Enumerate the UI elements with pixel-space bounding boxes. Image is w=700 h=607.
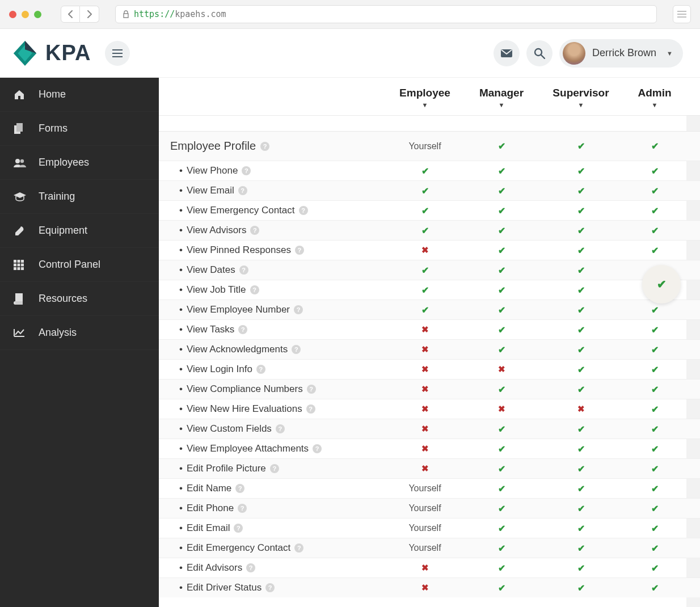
permission-cell[interactable]: ✔	[541, 503, 621, 514]
sidebar-item-equipment[interactable]: Equipment	[0, 214, 159, 248]
help-icon[interactable]: ?	[306, 404, 315, 414]
permission-cell[interactable]: ✔	[541, 483, 621, 494]
permission-cell[interactable]: ✔	[541, 205, 621, 216]
permission-cell[interactable]: ✔	[541, 305, 621, 315]
permission-cell[interactable]: ✔	[541, 364, 621, 375]
permission-cell[interactable]: ✔	[388, 205, 462, 216]
permission-cell[interactable]: ✔	[388, 305, 462, 315]
sidebar-item-resources[interactable]: Resources	[0, 282, 159, 316]
permission-cell[interactable]: Yourself	[388, 543, 462, 553]
permission-cell[interactable]: ✔	[541, 141, 621, 151]
permission-cell[interactable]: ✔	[462, 166, 541, 176]
url-bar[interactable]: https://kpaehs.com	[115, 5, 657, 23]
permission-cell[interactable]: ✔	[462, 543, 541, 554]
permission-cell[interactable]: ✖	[541, 404, 621, 414]
column-supervisor[interactable]: Supervisor ▼	[541, 87, 621, 108]
permission-cell[interactable]: ✔	[462, 324, 541, 335]
permission-cell[interactable]: Yourself	[388, 483, 462, 494]
permission-cell[interactable]: ✔	[541, 523, 621, 534]
permission-cell[interactable]: ✔	[621, 186, 689, 196]
sidebar-item-training[interactable]: Training	[0, 180, 159, 214]
help-icon[interactable]: ?	[250, 285, 259, 294]
permission-cell[interactable]: Yourself	[388, 141, 462, 151]
help-icon[interactable]: ?	[256, 365, 265, 374]
help-icon[interactable]: ?	[313, 444, 322, 453]
permission-cell[interactable]: ✔	[621, 543, 689, 554]
permission-cell[interactable]: ✔	[621, 563, 689, 574]
permission-cell[interactable]: ✔	[462, 305, 541, 315]
sidebar-item-employees[interactable]: Employees	[0, 146, 159, 180]
permission-cell[interactable]: ✖	[388, 404, 462, 414]
permission-cell[interactable]: ✔	[388, 186, 462, 196]
permission-cell[interactable]: Yourself	[388, 523, 462, 533]
help-icon[interactable]: ?	[238, 325, 247, 334]
maximize-window-icon[interactable]	[34, 11, 41, 18]
forward-button[interactable]	[80, 6, 99, 23]
permission-cell[interactable]: ✔	[462, 186, 541, 196]
minimize-window-icon[interactable]	[22, 11, 29, 18]
help-icon[interactable]: ?	[238, 186, 247, 195]
permission-cell[interactable]: ✔	[621, 463, 689, 474]
permission-cell[interactable]: ✖	[388, 563, 462, 573]
permission-cell[interactable]: ✔	[621, 166, 689, 176]
sidebar-item-control-panel[interactable]: Control Panel	[0, 248, 159, 282]
permission-cell[interactable]: ✔	[541, 444, 621, 454]
permission-cell[interactable]: ✖	[388, 245, 462, 255]
permission-cell[interactable]: ✔	[621, 444, 689, 454]
sidebar-item-home[interactable]: Home	[0, 78, 159, 112]
help-icon[interactable]: ?	[265, 583, 275, 592]
sidebar-item-analysis[interactable]: Analysis	[0, 316, 159, 350]
app-logo[interactable]: KPA	[11, 40, 91, 67]
user-menu[interactable]: Derrick Brown ▼	[559, 39, 683, 68]
help-icon[interactable]: ?	[246, 563, 255, 572]
help-icon[interactable]: ?	[294, 305, 303, 314]
permission-cell[interactable]: ✔	[541, 285, 621, 296]
help-icon[interactable]: ?	[250, 226, 259, 235]
permission-cell[interactable]: ✔	[621, 404, 689, 415]
permission-cell[interactable]: ✔	[388, 265, 462, 276]
help-icon[interactable]: ?	[292, 345, 301, 354]
permission-cell[interactable]: ✔	[621, 205, 689, 216]
permission-cell[interactable]: ✔	[541, 186, 621, 196]
permission-cell[interactable]: ✔	[388, 285, 462, 296]
permission-cell[interactable]: ✔	[462, 344, 541, 355]
permission-cell[interactable]: ✔	[462, 583, 541, 593]
permission-cell[interactable]: ✔	[462, 384, 541, 395]
column-manager[interactable]: Manager ▼	[462, 87, 541, 108]
permission-cell[interactable]: ✔	[462, 141, 541, 151]
permission-cell[interactable]: ✔	[541, 166, 621, 176]
permission-cell[interactable]: ✔	[541, 583, 621, 593]
help-icon[interactable]: ?	[234, 524, 243, 533]
permission-cell[interactable]: ✔	[621, 424, 689, 435]
permission-cell[interactable]: ✔	[541, 265, 621, 276]
permission-cell[interactable]: ✖	[388, 364, 462, 374]
permission-cell[interactable]: ✔	[541, 225, 621, 236]
permission-cell[interactable]: ✔	[621, 583, 689, 593]
permission-cell[interactable]: ✔	[541, 424, 621, 435]
permission-cell[interactable]: ✔	[621, 225, 689, 236]
help-icon[interactable]: ?	[239, 265, 248, 275]
permission-cell[interactable]: ✔	[541, 543, 621, 554]
permission-cell[interactable]: ✔	[388, 166, 462, 176]
permission-cell[interactable]: ✔	[462, 563, 541, 574]
help-icon[interactable]: ?	[242, 166, 251, 175]
permission-cell[interactable]: ✖	[388, 344, 462, 355]
permission-cell[interactable]: ✔	[462, 503, 541, 514]
help-icon[interactable]: ?	[276, 424, 285, 433]
permission-cell[interactable]: ✔	[462, 523, 541, 534]
permission-cell[interactable]: ✔	[462, 424, 541, 435]
close-window-icon[interactable]	[9, 11, 16, 18]
column-employee[interactable]: Employee ▼	[388, 87, 462, 108]
permission-cell[interactable]: ✔	[541, 563, 621, 574]
sidebar-item-forms[interactable]: Forms	[0, 112, 159, 146]
floating-action-button[interactable]: ✔	[642, 265, 681, 304]
permission-cell[interactable]: ✖	[388, 324, 462, 335]
messages-button[interactable]	[494, 40, 520, 66]
permission-cell[interactable]: ✖	[388, 463, 462, 474]
permission-cell[interactable]: ✔	[462, 463, 541, 474]
help-icon[interactable]: ?	[238, 504, 247, 513]
permission-cell[interactable]: ✔	[621, 245, 689, 256]
help-icon[interactable]: ?	[299, 206, 308, 215]
permission-cell[interactable]: ✔	[621, 141, 689, 151]
help-icon[interactable]: ?	[307, 385, 316, 394]
